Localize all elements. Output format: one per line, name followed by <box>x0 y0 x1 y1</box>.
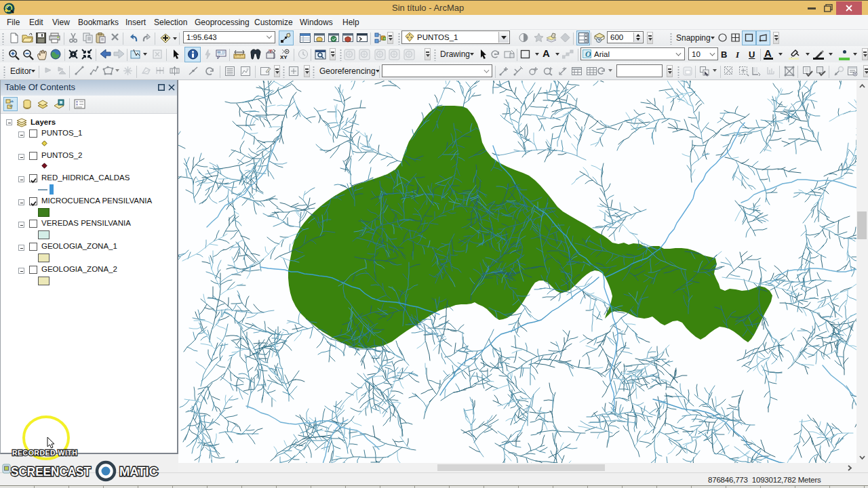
svg-text:RECORDED WITH: RECORDED WITH <box>12 449 77 457</box>
svg-text:XY: XY <box>280 54 288 60</box>
svg-text:MATIC: MATIC <box>119 464 158 479</box>
svg-text:SCREENCAST: SCREENCAST <box>11 464 91 479</box>
